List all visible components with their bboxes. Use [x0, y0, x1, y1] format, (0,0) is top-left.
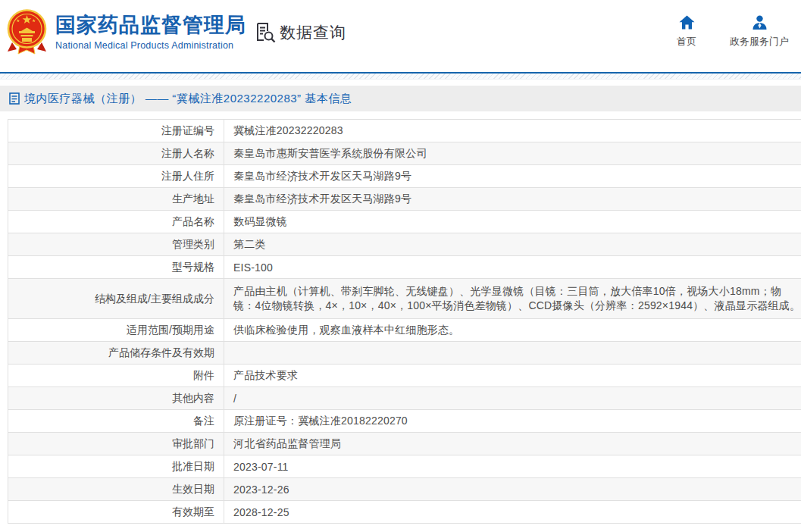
field-label: 结构及组成/主要组成成分	[8, 279, 224, 319]
field-label: 产品名称	[8, 211, 224, 233]
breadcrumb-text: 境内医疗器械（注册） —— “冀械注准20232220283” 基本信息	[24, 92, 352, 106]
table-row: 生产地址秦皇岛市经济技术开发区天马湖路9号	[8, 188, 801, 211]
field-value: 秦皇岛市经济技术开发区天马湖路9号	[224, 165, 801, 188]
field-label: 生产地址	[8, 188, 224, 211]
table-row: 审批部门河北省药品监督管理局	[8, 433, 801, 455]
table-row: 生效日期2023-12-26	[8, 478, 801, 501]
logo-text: 国家药品监督管理局 National Medical Products Admi…	[55, 14, 246, 51]
table-row: 附件产品技术要求	[8, 365, 801, 387]
org-title-cn: 国家药品监督管理局	[55, 14, 246, 37]
field-label: 型号规格	[8, 256, 224, 279]
user-icon	[752, 15, 768, 30]
field-value: 秦皇岛市惠斯安普医学系统股份有限公司	[224, 142, 801, 165]
header-nav: 首页 政务服务门户	[677, 15, 789, 49]
field-label: 审批部门	[8, 433, 224, 455]
nav-home-label: 首页	[677, 35, 696, 49]
field-value: 第二类	[224, 233, 801, 256]
field-value: 原注册证号：冀械注准20182220270	[224, 410, 801, 433]
field-label: 附件	[8, 365, 224, 387]
field-label: 注册证编号	[8, 120, 224, 142]
field-label: 其他内容	[8, 387, 224, 410]
field-value: 产品技术要求	[224, 365, 801, 387]
nmpa-logo[interactable]: 国家药品监督管理局 National Medical Products Admi…	[6, 9, 246, 56]
registration-detail-table: 注册证编号冀械注准20232220283注册人名称秦皇岛市惠斯安普医学系统股份有…	[8, 119, 801, 524]
nav-item-home[interactable]: 首页	[677, 15, 696, 49]
table-row: 型号规格EIS-100	[8, 256, 801, 279]
field-value: 2028-12-25	[224, 501, 801, 524]
field-value: 2023-12-26	[224, 478, 801, 501]
field-label: 产品储存条件及有效期	[8, 342, 224, 365]
table-row: 注册人名称秦皇岛市惠斯安普医学系统股份有限公司	[8, 142, 801, 165]
table-row: 适用范围/预期用途供临床检验使用，观察血液样本中红细胞形态。	[8, 319, 801, 342]
hatch-divider	[0, 74, 801, 80]
table-row: 产品储存条件及有效期	[8, 342, 801, 365]
file-icon	[9, 92, 20, 105]
field-value: 河北省药品监督管理局	[224, 433, 801, 455]
table-row: 注册人住所秦皇岛市经济技术开发区天马湖路9号	[8, 165, 801, 188]
table-row: 有效期至2028-12-25	[8, 501, 801, 524]
field-label: 备注	[8, 410, 224, 433]
field-label: 有效期至	[8, 501, 224, 524]
nav-item-portal[interactable]: 政务服务门户	[730, 15, 789, 49]
table-row: 管理类别第二类	[8, 233, 801, 256]
home-icon	[679, 15, 695, 30]
field-value: 秦皇岛市经济技术开发区天马湖路9号	[224, 188, 801, 211]
table-row: 产品名称数码显微镜	[8, 211, 801, 233]
document-search-icon	[255, 22, 276, 43]
field-value: 冀械注准20232220283	[224, 120, 801, 142]
field-value: 2023-07-11	[224, 455, 801, 478]
nav-portal-label: 政务服务门户	[730, 35, 789, 49]
table-row: 批准日期2023-07-11	[8, 455, 801, 478]
table-row: 备注原注册证号：冀械注准20182220270	[8, 410, 801, 433]
field-label: 适用范围/预期用途	[8, 319, 224, 342]
field-label: 注册人名称	[8, 142, 224, 165]
breadcrumb[interactable]: 境内医疗器械（注册） —— “冀械注准20232220283” 基本信息	[9, 92, 352, 106]
table-row: 结构及组成/主要组成成分产品由主机（计算机、带刹车脚轮、无线键盘）、光学显微镜（…	[8, 279, 801, 319]
field-value	[224, 342, 801, 365]
field-label: 管理类别	[8, 233, 224, 256]
table-row: 注册证编号冀械注准20232220283	[8, 120, 801, 142]
field-value: 数码显微镜	[224, 211, 801, 233]
page: 国家药品监督管理局 National Medical Products Admi…	[0, 0, 801, 532]
field-value: 产品由主机（计算机、带刹车脚轮、无线键盘）、光学显微镜（目镜：三目筒，放大倍率1…	[224, 279, 801, 319]
org-title-en: National Medical Products Administration	[55, 40, 246, 51]
field-value: 供临床检验使用，观察血液样本中红细胞形态。	[224, 319, 801, 342]
national-emblem-icon	[6, 9, 48, 56]
field-label: 生效日期	[8, 478, 224, 501]
breadcrumb-bar: 境内医疗器械（注册） —— “冀械注准20232220283” 基本信息	[0, 86, 801, 111]
data-query-tab[interactable]: 数据查询	[255, 22, 346, 43]
field-value: EIS-100	[224, 256, 801, 279]
field-label: 注册人住所	[8, 165, 224, 188]
site-header: 国家药品监督管理局 National Medical Products Admi…	[0, 0, 801, 72]
table-row: 其他内容/	[8, 387, 801, 410]
field-label: 批准日期	[8, 455, 224, 478]
data-query-label: 数据查询	[280, 22, 346, 43]
field-value: /	[224, 387, 801, 410]
